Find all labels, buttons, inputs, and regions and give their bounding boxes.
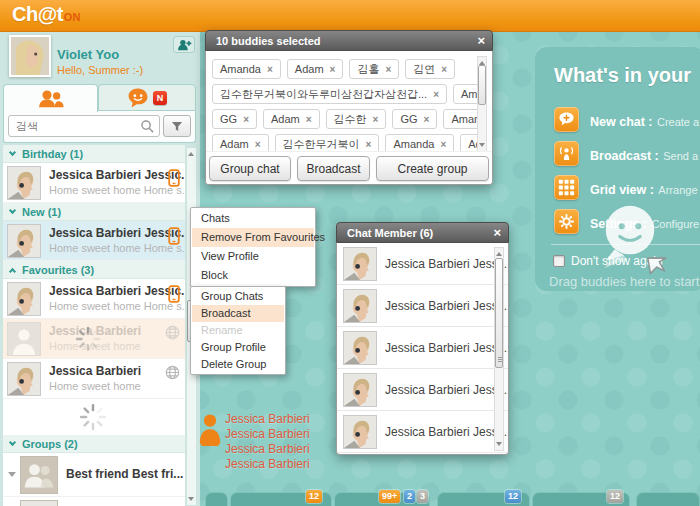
filter-button[interactable] xyxy=(163,115,191,137)
buddy-chip[interactable]: Amanda× xyxy=(443,109,478,129)
expand-arrow-icon[interactable] xyxy=(8,472,16,477)
group-row[interactable]: Jessica Barbieri Jess... xyxy=(3,497,185,506)
chat-tab-small[interactable] xyxy=(205,492,228,506)
buddy-row-loading[interactable]: Jessica Barbieri Home sweet home xyxy=(3,319,185,359)
menu-item-delete-group[interactable]: Delete Group xyxy=(192,356,284,373)
section-birthday[interactable]: Birthday (1) xyxy=(3,145,185,163)
member-row[interactable]: Jessica Barbieri Jessi... xyxy=(337,411,508,453)
logo-suffix: ON xyxy=(64,11,81,23)
chevron-down-icon xyxy=(9,439,16,446)
smiley-stamp-cursor-icon xyxy=(590,202,670,276)
scroll-up-icon[interactable] xyxy=(188,152,194,156)
buddy-row[interactable]: Jessica Barbieri Home sweet home xyxy=(3,359,185,399)
remove-chip-icon[interactable]: × xyxy=(424,114,430,125)
tab-buddies[interactable] xyxy=(3,84,98,112)
avatar xyxy=(343,415,377,449)
buddy-chip[interactable]: Amanda× xyxy=(212,59,281,79)
create-group-button[interactable]: Create group xyxy=(376,156,489,181)
buddy-status: Home sweet home Home s... xyxy=(49,300,185,312)
group-row[interactable]: Best friend Best fri... (222) xyxy=(3,453,185,497)
buddy-context-menu: Chats Remove From Favourites View Profil… xyxy=(190,207,316,287)
section-groups[interactable]: Groups (2) xyxy=(3,435,185,453)
menu-item-group-profile[interactable]: Group Profile xyxy=(192,339,284,356)
buddy-chip[interactable]: Adam× xyxy=(287,59,344,79)
loading-spinner xyxy=(79,403,107,431)
dragged-buddy-name: Jessica Barbieri xyxy=(225,442,310,457)
member-row[interactable]: Jessica Barbieri Jessi... xyxy=(337,369,508,411)
menu-item-remove-from-favourites[interactable]: Remove From Favourites xyxy=(192,228,314,247)
buddy-chip[interactable]: 김수한× xyxy=(326,109,387,129)
remove-chip-icon[interactable]: × xyxy=(366,139,372,150)
group-chat-button[interactable]: Group chat xyxy=(209,156,291,181)
buddy-row[interactable]: Jessica Barbieri Jessic... Home sweet ho… xyxy=(3,279,185,319)
dont-show-checkbox[interactable] xyxy=(553,255,565,267)
add-buddy-button[interactable] xyxy=(173,36,195,53)
group-context-menu: Group Chats Broadcast Rename Group Profi… xyxy=(190,286,286,375)
buddy-chip[interactable]: 김수한무거북이와두루미삼천갑자삼천갑...× xyxy=(212,84,447,104)
remove-chip-icon[interactable]: × xyxy=(255,139,261,150)
gear-icon xyxy=(554,209,579,234)
chip-label: 김수한 xyxy=(334,112,367,127)
buddy-chip[interactable]: Amanda× xyxy=(453,84,478,104)
buddy-sidebar: Violet Yoo Hello, Summer :-) N Birthday … xyxy=(0,32,200,506)
thumb-grip xyxy=(498,357,502,363)
search-input[interactable] xyxy=(9,116,159,136)
remove-chip-icon[interactable]: × xyxy=(306,114,312,125)
section-new[interactable]: New (1) xyxy=(3,203,185,221)
remove-chip-icon[interactable]: × xyxy=(441,64,447,75)
feature-label: New chat : xyxy=(590,115,653,129)
new-badge: N xyxy=(153,91,167,105)
my-profile-avatar[interactable] xyxy=(9,35,51,77)
member-row[interactable]: Jessica Barbieri Jessi... xyxy=(337,285,508,327)
remove-chip-icon[interactable]: × xyxy=(440,139,446,150)
scroll-down-icon[interactable] xyxy=(188,497,194,501)
menu-item-block[interactable]: Block xyxy=(192,266,314,285)
scroll-down-icon[interactable] xyxy=(479,143,485,147)
member-row[interactable]: Jessica Barbieri Jessi... xyxy=(337,243,508,285)
scrollbar-thumb[interactable] xyxy=(478,65,486,105)
chat-tab[interactable] xyxy=(636,492,700,506)
menu-item-broadcast[interactable]: Broadcast xyxy=(192,305,284,322)
broadcast-button[interactable]: Broadcast xyxy=(297,156,370,181)
member-scrollbar[interactable] xyxy=(494,247,504,451)
panel-heading: What's in your xyxy=(554,64,691,87)
buddy-chip[interactable]: GG× xyxy=(392,109,437,129)
buddy-chip[interactable]: GG× xyxy=(212,109,257,129)
close-icon[interactable]: × xyxy=(477,31,485,51)
member-name: Jessica Barbieri Jessi... xyxy=(385,411,509,453)
member-row[interactable]: Jessica Barbieri Jessi... xyxy=(337,327,508,369)
buddy-name: Jessica Barbieri xyxy=(49,364,141,378)
menu-item-chats[interactable]: Chats xyxy=(192,209,314,228)
feature-desc: Send a mess xyxy=(663,150,700,162)
chip-label: GG xyxy=(220,113,237,125)
popup-titlebar[interactable]: 10 buddies selected × xyxy=(205,30,493,51)
popup-scrollbar[interactable] xyxy=(477,56,487,152)
buddy-row-selected[interactable]: Jessica Barbieri Jessic... Home sweet ho… xyxy=(3,221,185,261)
remove-chip-icon[interactable]: × xyxy=(373,114,379,125)
scroll-down-icon[interactable] xyxy=(496,442,502,446)
popup-titlebar[interactable]: Chat Member (6) × xyxy=(336,222,509,243)
remove-chip-icon[interactable]: × xyxy=(243,114,249,125)
buddy-chip[interactable]: 김홀× xyxy=(349,59,399,79)
tab-chats[interactable]: N xyxy=(98,84,196,111)
buddy-name: Jessica Barbieri Jessic... xyxy=(49,284,185,298)
remove-chip-icon[interactable]: × xyxy=(330,64,336,75)
menu-item-view-profile[interactable]: View Profile xyxy=(192,247,314,266)
scroll-up-icon[interactable] xyxy=(496,252,502,256)
menu-item-group-chats[interactable]: Group Chats xyxy=(192,288,284,305)
section-favourites[interactable]: Favourites (3) xyxy=(3,261,185,279)
chip-label: Amanda xyxy=(393,138,434,150)
remove-chip-icon[interactable]: × xyxy=(433,89,439,100)
app-header: Ch@tON xyxy=(0,0,700,32)
avatar xyxy=(343,247,377,281)
dragged-buddy-name: Jessica Barbieri xyxy=(225,412,310,427)
buddy-chip[interactable]: Adam× xyxy=(263,109,320,129)
scrollbar-thumb[interactable] xyxy=(495,258,503,368)
chip-label: 김수한무거북이 xyxy=(283,137,360,152)
buddy-row[interactable]: Jessica Barbieri Jessic... Home sweet ho… xyxy=(3,163,185,203)
close-icon[interactable]: × xyxy=(493,223,501,243)
remove-chip-icon[interactable]: × xyxy=(385,64,391,75)
chat-bubble-icon xyxy=(127,87,149,109)
buddy-chip[interactable]: 김연× xyxy=(405,59,455,79)
remove-chip-icon[interactable]: × xyxy=(267,64,273,75)
